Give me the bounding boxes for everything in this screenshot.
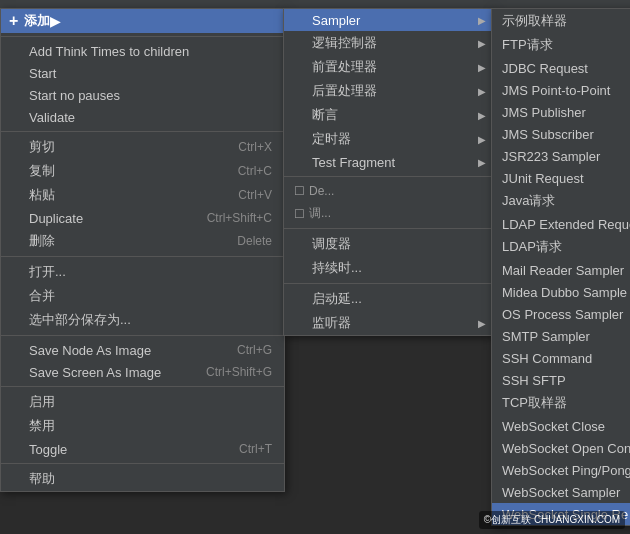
item-label: JDBC Request [502, 61, 588, 76]
sampler-item-listener[interactable]: 监听器 ▶ [284, 311, 492, 335]
menu-item-copy[interactable]: 复制 Ctrl+C [1, 159, 284, 183]
sampler-item-ws-close[interactable]: WebSocket Close [492, 415, 630, 437]
item-label: Java请求 [502, 192, 555, 210]
item-label: SSH SFTP [502, 373, 566, 388]
menu-item-think-times[interactable]: Add Think Times to children [1, 40, 284, 62]
separator [284, 283, 492, 284]
sampler-item-dubbo[interactable]: Midea Dubbo Sample [492, 281, 630, 303]
sampler-item-smtp[interactable]: SMTP Sampler [492, 325, 630, 347]
menu-item-validate[interactable]: Validate [1, 106, 284, 128]
sampler-item-duration[interactable]: 持续时... [284, 256, 492, 280]
sampler-item-ws-open[interactable]: WebSocket Open Connection [492, 437, 630, 459]
menu-item-paste[interactable]: 粘贴 Ctrl+V [1, 183, 284, 207]
separator [284, 228, 492, 229]
sampler-item-jsr223[interactable]: JSR223 Sampler [492, 145, 630, 167]
sampler-item-junit[interactable]: JUnit Request [492, 167, 630, 189]
sampler-item-jms-pub[interactable]: JMS Publisher [492, 101, 630, 123]
item-label: Add Think Times to children [29, 44, 189, 59]
sampler-item-ssh-sftp[interactable]: SSH SFTP [492, 369, 630, 391]
menu-item-start-no-pauses[interactable]: Start no pauses [1, 84, 284, 106]
sampler-item-example[interactable]: 示例取样器 [492, 9, 630, 33]
item-label: SSH Command [502, 351, 592, 366]
arrow-icon: ▶ [478, 15, 486, 26]
menu-item-disable[interactable]: 禁用 [1, 414, 284, 438]
sampler-item-sampler[interactable]: Sampler ▶ [284, 9, 492, 31]
menu-item-cut[interactable]: 剪切 Ctrl+X [1, 135, 284, 159]
separator [1, 463, 284, 464]
arrow-icon: ▶ [50, 14, 60, 29]
sampler-item-ws-sampler[interactable]: WebSocket Sampler [492, 481, 630, 503]
sampler-item-logic[interactable]: 逻辑控制器 ▶ [284, 31, 492, 55]
arrow-icon: ▶ [478, 38, 486, 49]
separator [1, 36, 284, 37]
item-label: 合并 [29, 287, 55, 305]
sampler-item-ldap[interactable]: LDAP请求 [492, 235, 630, 259]
item-label: 启用 [29, 393, 55, 411]
item-label: Start no pauses [29, 88, 120, 103]
item-label: Sampler [312, 13, 360, 28]
item-label: 粘贴 [29, 186, 55, 204]
sampler-item-ws-ping[interactable]: WebSocket Ping/Pong [492, 459, 630, 481]
separator [1, 256, 284, 257]
item-label: Duplicate [29, 211, 83, 226]
menu-item-merge[interactable]: 合并 [1, 284, 284, 308]
shortcut: Ctrl+Shift+C [177, 211, 272, 225]
menu-item-save-screen-image[interactable]: Save Screen As Image Ctrl+Shift+G [1, 361, 284, 383]
sampler-item-startup[interactable]: 启动延... [284, 287, 492, 311]
item-label: JMS Point-to-Point [502, 83, 610, 98]
item-label: Mail Reader Sampler [502, 263, 624, 278]
sampler-item-config[interactable]: 调度器 [284, 232, 492, 256]
menu-item-start[interactable]: Start [1, 62, 284, 84]
sampler-item-post[interactable]: 后置处理器 ▶ [284, 79, 492, 103]
sampler-item-ftp[interactable]: FTP请求 [492, 33, 630, 57]
sampler-item-timer[interactable]: 定时器 ▶ [284, 127, 492, 151]
menu-item-duplicate[interactable]: Duplicate Ctrl+Shift+C [1, 207, 284, 229]
menu-item-delete[interactable]: 删除 Delete [1, 229, 284, 253]
sampler-item-tune[interactable]: ☐ 调... [284, 202, 492, 225]
watermark: ©创新互联 CHUANGXIN.COM [479, 511, 625, 529]
menu-item-open[interactable]: 打开... [1, 260, 284, 284]
item-label: Start [29, 66, 56, 81]
sampler-item-os-process[interactable]: OS Process Sampler [492, 303, 630, 325]
item-label: Midea Dubbo Sample [502, 285, 627, 300]
sampler-item-pre[interactable]: 前置处理器 ▶ [284, 55, 492, 79]
sampler-item-jms-sub[interactable]: JMS Subscriber [492, 123, 630, 145]
submenu-sampler: Sampler ▶ 逻辑控制器 ▶ 前置处理器 ▶ 后置处理器 ▶ 断言 ▶ 定… [283, 8, 493, 336]
menu-item-help[interactable]: 帮助 [1, 467, 284, 491]
menu-item-add[interactable]: + 添加 ▶ [1, 9, 284, 33]
sampler-item-assert[interactable]: 断言 ▶ [284, 103, 492, 127]
arrow-icon: ▶ [478, 110, 486, 121]
menu-item-enable[interactable]: 启用 [1, 390, 284, 414]
arrow-icon: ▶ [478, 134, 486, 145]
separator [284, 176, 492, 177]
item-label: 复制 [29, 162, 55, 180]
item-label: 调度器 [312, 235, 351, 253]
item-label: WebSocket Sampler [502, 485, 620, 500]
sampler-item-jdbc[interactable]: JDBC Request [492, 57, 630, 79]
shortcut: Ctrl+Shift+G [176, 365, 272, 379]
item-label: 调... [309, 205, 331, 222]
shortcut: Ctrl+G [207, 343, 272, 357]
menu-item-save-node-image[interactable]: Save Node As Image Ctrl+G [1, 339, 284, 361]
sampler-item-java[interactable]: Java请求 [492, 189, 630, 213]
sampler-item-ssh-cmd[interactable]: SSH Command [492, 347, 630, 369]
menu-item-save-selected[interactable]: 选中部分保存为... [1, 308, 284, 332]
item-label: Save Node As Image [29, 343, 151, 358]
item-label: OS Process Sampler [502, 307, 623, 322]
sampler-item-ldap-ext[interactable]: LDAP Extended Request [492, 213, 630, 235]
item-label: 删除 [29, 232, 55, 250]
item-label: 持续时... [312, 259, 362, 277]
sampler-item-de[interactable]: ☐ De... [284, 180, 492, 202]
item-label: Toggle [29, 442, 67, 457]
item-label: 定时器 [312, 130, 351, 148]
item-label: WebSocket Ping/Pong [502, 463, 630, 478]
menu-item-toggle[interactable]: Toggle Ctrl+T [1, 438, 284, 460]
shortcut: Delete [207, 234, 272, 248]
item-label: 选中部分保存为... [29, 311, 131, 329]
item-label: JSR223 Sampler [502, 149, 600, 164]
sampler-item-tcp[interactable]: TCP取样器 [492, 391, 630, 415]
sampler-item-mail[interactable]: Mail Reader Sampler [492, 259, 630, 281]
item-label: 示例取样器 [502, 12, 567, 30]
sampler-item-jms-p2p[interactable]: JMS Point-to-Point [492, 79, 630, 101]
sampler-item-fragment[interactable]: Test Fragment ▶ [284, 151, 492, 173]
